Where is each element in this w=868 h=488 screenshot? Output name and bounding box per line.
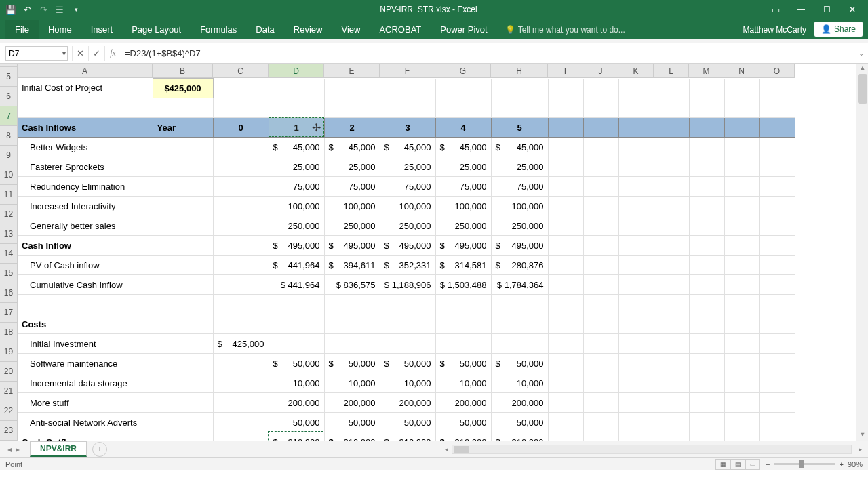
cell-D10[interactable]: 75,000: [269, 177, 324, 197]
cell-N22[interactable]: [724, 413, 760, 432]
cell-L8[interactable]: [654, 138, 689, 157]
cell-N7[interactable]: [724, 118, 760, 138]
cell-I11[interactable]: [548, 197, 583, 216]
cell-F11[interactable]: 100,000: [380, 197, 435, 216]
tab-insert[interactable]: Insert: [81, 20, 123, 39]
cell-N6[interactable]: [724, 98, 760, 118]
col-header-K[interactable]: K: [618, 64, 654, 78]
cell-K13[interactable]: [618, 236, 654, 256]
cell-E6[interactable]: [324, 98, 380, 118]
cell-L17[interactable]: [654, 314, 689, 334]
col-header-G[interactable]: G: [435, 64, 491, 78]
cell-B21[interactable]: [153, 393, 213, 413]
cell-D19[interactable]: 50,000: [269, 354, 324, 373]
cell-J9[interactable]: [583, 157, 618, 177]
cell-H14[interactable]: 280,876: [491, 256, 548, 275]
cell-F19[interactable]: 50,000: [380, 354, 435, 373]
cell-F14[interactable]: 352,331: [380, 256, 435, 275]
cell-M18[interactable]: [689, 334, 724, 354]
minimize-button[interactable]: —: [789, 2, 812, 17]
row-header-10[interactable]: 10: [0, 165, 18, 185]
tab-acrobat[interactable]: ACROBAT: [370, 20, 431, 39]
cell-E18[interactable]: [324, 334, 380, 354]
cell-C19[interactable]: [213, 354, 269, 373]
fx-icon[interactable]: fx: [104, 46, 121, 61]
cell-F20[interactable]: 10,000: [380, 373, 435, 393]
cell-D13[interactable]: 495,000: [269, 236, 324, 256]
cell-L9[interactable]: [654, 157, 689, 177]
col-header-J[interactable]: J: [583, 64, 618, 78]
cell-F5[interactable]: [380, 79, 435, 98]
row-header-16[interactable]: 16: [0, 283, 18, 303]
cell-L12[interactable]: [654, 216, 689, 236]
cell-E11[interactable]: 100,000: [324, 197, 380, 216]
cell-G18[interactable]: [435, 334, 491, 354]
cell-F22[interactable]: 50,000: [380, 413, 435, 432]
cell-E22[interactable]: 50,000: [324, 413, 380, 432]
vscroll-thumb[interactable]: [858, 74, 867, 104]
cell-J6[interactable]: [583, 98, 618, 118]
row-header-17[interactable]: 17: [0, 303, 18, 323]
cell-L6[interactable]: [654, 98, 689, 118]
cell-J17[interactable]: [583, 314, 618, 334]
cell-N13[interactable]: [724, 236, 760, 256]
cell-H8[interactable]: 45,000: [491, 138, 548, 157]
cell-N23[interactable]: [724, 432, 760, 441]
cell-L20[interactable]: [654, 373, 689, 393]
cell-J19[interactable]: [583, 354, 618, 373]
cell-J7[interactable]: [583, 118, 618, 138]
row-header-13[interactable]: 13: [0, 224, 18, 244]
zoom-in-icon[interactable]: +: [840, 460, 844, 468]
cell-D5[interactable]: [269, 79, 324, 98]
cell-C5[interactable]: [213, 79, 269, 98]
cell-K14[interactable]: [618, 256, 654, 275]
cell-L15[interactable]: [654, 275, 689, 295]
cell-O20[interactable]: [760, 373, 795, 393]
cell-K18[interactable]: [618, 334, 654, 354]
sheet-nav[interactable]: ◂▸: [0, 445, 27, 454]
cell-N19[interactable]: [724, 354, 760, 373]
cell-I17[interactable]: [548, 314, 583, 334]
cell-B16[interactable]: [153, 295, 213, 314]
cell-K10[interactable]: [618, 177, 654, 197]
cell-M17[interactable]: [689, 314, 724, 334]
cell-C13[interactable]: [213, 236, 269, 256]
cell-A23[interactable]: Cash Outflow: [18, 432, 153, 441]
cell-M15[interactable]: [689, 275, 724, 295]
cell-F10[interactable]: 75,000: [380, 177, 435, 197]
row-header-14[interactable]: 14: [0, 244, 18, 264]
cell-K9[interactable]: [618, 157, 654, 177]
cell-G17[interactable]: [435, 314, 491, 334]
cell-F13[interactable]: 495,000: [380, 236, 435, 256]
cell-M19[interactable]: [689, 354, 724, 373]
cell-H5[interactable]: [491, 79, 548, 98]
cell-G13[interactable]: 495,000: [435, 236, 491, 256]
cell-A7[interactable]: Cash Inflows: [18, 118, 153, 138]
cell-C22[interactable]: [213, 413, 269, 432]
cell-O19[interactable]: [760, 354, 795, 373]
cell-B14[interactable]: [153, 256, 213, 275]
cell-A16[interactable]: [18, 295, 153, 314]
col-header-D[interactable]: D: [269, 64, 324, 78]
cell-O9[interactable]: [760, 157, 795, 177]
cell-H12[interactable]: 250,000: [491, 216, 548, 236]
save-icon[interactable]: 💾: [5, 4, 16, 15]
cell-M21[interactable]: [689, 393, 724, 413]
cell-E8[interactable]: 45,000: [324, 138, 380, 157]
cell-N21[interactable]: [724, 393, 760, 413]
cell-I18[interactable]: [548, 334, 583, 354]
cell-N11[interactable]: [724, 197, 760, 216]
cell-G23[interactable]: 310,000: [435, 432, 491, 441]
cell-K15[interactable]: [618, 275, 654, 295]
cell-E9[interactable]: 25,000: [324, 157, 380, 177]
view-layout-icon[interactable]: ▤: [730, 459, 745, 470]
cell-A10[interactable]: Redundency Elimination: [18, 177, 153, 197]
hscroll-thumb[interactable]: [454, 446, 469, 453]
cell-D21[interactable]: 200,000: [269, 393, 324, 413]
share-button[interactable]: 👤 Share: [814, 22, 863, 37]
cell-J16[interactable]: [583, 295, 618, 314]
close-button[interactable]: ✕: [841, 2, 864, 17]
cell-F23[interactable]: 310,000: [380, 432, 435, 441]
sheet-next-icon[interactable]: ▸: [16, 445, 20, 454]
cell-K16[interactable]: [618, 295, 654, 314]
